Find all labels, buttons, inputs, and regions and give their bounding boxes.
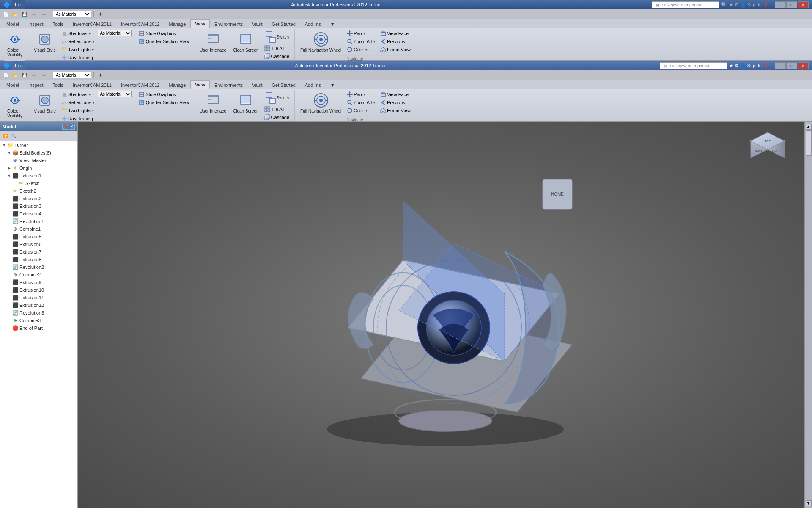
qa-open-2[interactable]: 📂 xyxy=(11,71,19,79)
material-select-1[interactable]: As Materia xyxy=(53,11,91,17)
tree-item-combine2[interactable]: ⊕ Combine2 xyxy=(1,271,77,279)
clean-screen-btn-1[interactable]: Clean Screen xyxy=(230,30,262,55)
two-lights-arrow-2[interactable]: ▼ xyxy=(91,109,95,113)
scroll-thumb[interactable] xyxy=(806,130,812,156)
expand-extrusion1[interactable]: ▼ xyxy=(7,173,12,178)
expand-revolution2[interactable] xyxy=(7,265,12,270)
tab-inventorcam2012-1[interactable]: InventorCAM 2012 xyxy=(116,19,165,28)
expand-origin[interactable]: ▶ xyxy=(7,166,12,171)
tree-item-view-master[interactable]: 👁 View: Master xyxy=(1,157,77,164)
expand-solid-bodies[interactable]: ▼ xyxy=(7,150,12,155)
tab-inspect-2[interactable]: Inspect xyxy=(24,80,48,89)
tree-item-end-of-part[interactable]: 🔴 End of Part xyxy=(1,324,77,332)
tab-manage-2[interactable]: Manage xyxy=(165,80,191,89)
view-face-btn-1[interactable]: View Face xyxy=(379,30,412,37)
ray-tracing-btn-2[interactable]: Ray Tracing xyxy=(60,115,97,122)
panel-filter-btn[interactable]: 🔽 xyxy=(2,133,9,139)
expand-extrusion2[interactable] xyxy=(7,196,12,201)
user-interface-btn-2[interactable]: User Interface xyxy=(197,91,229,116)
full-nav-wheel-btn-2[interactable]: Full Navigation Wheel xyxy=(297,91,344,116)
expand-extrusion8[interactable] xyxy=(7,257,12,262)
qa-undo-1[interactable]: ↩ xyxy=(30,10,38,18)
two-lights-btn-1[interactable]: Two Lights ▼ xyxy=(60,46,97,53)
qa-save-2[interactable]: 💾 xyxy=(20,71,29,79)
tree-item-extrusion11[interactable]: ⬛ Extrusion11 xyxy=(1,294,77,301)
tab-view-2[interactable]: View xyxy=(190,80,210,89)
material-dropdown-1[interactable]: As Material xyxy=(98,30,132,36)
zoom-all-btn-1[interactable]: Zoom All ▼ xyxy=(345,38,378,45)
app-file-menu[interactable]: File xyxy=(12,0,25,9)
full-nav-wheel-btn-1[interactable]: Full Navigation Wheel xyxy=(297,30,344,55)
orbit-arrow-1[interactable]: ▼ xyxy=(365,48,368,52)
clean-screen-btn-2[interactable]: Clean Screen xyxy=(230,91,262,116)
reflections-arrow-2[interactable]: ▼ xyxy=(92,101,96,105)
qa-undo-2[interactable]: ↩ xyxy=(30,71,38,79)
home-view-btn-2[interactable]: Home View xyxy=(379,107,412,114)
tab-inventorcam2011-2[interactable]: InventorCAM 2011 xyxy=(68,80,116,89)
tree-item-turner[interactable]: ▼ 📁 Turner xyxy=(1,141,77,149)
expand-revolution3[interactable] xyxy=(7,310,12,315)
quarter-section-btn-1[interactable]: Quarter Section View xyxy=(137,38,191,45)
expand-extrusion11[interactable] xyxy=(7,295,12,300)
viewport[interactable]: HOME xyxy=(78,122,812,508)
switch-btn-1[interactable]: Switch xyxy=(263,30,292,44)
tree-item-extrusion6[interactable]: ⬛ Extrusion6 xyxy=(1,240,77,248)
two-lights-btn-2[interactable]: Two Lights ▼ xyxy=(60,107,97,114)
expand-end-of-part[interactable] xyxy=(7,326,12,331)
pan-arrow-1[interactable]: ▼ xyxy=(363,32,366,36)
tab-inventorcam2011-1[interactable]: InventorCAM 2011 xyxy=(68,19,116,28)
expand-extrusion4[interactable] xyxy=(7,211,12,216)
panel-close-icon[interactable]: ✕ xyxy=(69,124,75,130)
pan-arrow-2[interactable]: ▼ xyxy=(363,93,366,97)
tab-more-1[interactable]: ▼ xyxy=(326,19,340,28)
shadows-arrow-2[interactable]: ▼ xyxy=(88,93,91,97)
qa-redo-1[interactable]: ↪ xyxy=(39,10,47,18)
expand-combine1[interactable] xyxy=(7,226,12,232)
expand-combine3[interactable] xyxy=(7,318,12,323)
tab-getstarted-1[interactable]: Get Started xyxy=(267,19,300,28)
search-input-2[interactable] xyxy=(660,62,727,69)
qa-save-1[interactable]: 💾 xyxy=(20,10,29,18)
qa-extra-2[interactable]: ⬇ xyxy=(96,71,105,79)
two-lights-arrow-1[interactable]: ▼ xyxy=(91,48,95,52)
zoom-all-btn-2[interactable]: Zoom All ▼ xyxy=(345,99,378,106)
tab-environments-1[interactable]: Environments xyxy=(210,19,247,28)
pan-btn-1[interactable]: Pan ▼ xyxy=(345,30,378,37)
tab-manage-1[interactable]: Manage xyxy=(165,19,191,28)
expand-extrusion12[interactable] xyxy=(7,303,12,308)
pan-btn-2[interactable]: Pan ▼ xyxy=(345,91,378,98)
close-btn-2[interactable]: ✕ xyxy=(798,62,809,69)
tile-all-btn-2[interactable]: Tile All xyxy=(263,105,292,113)
expand-turner[interactable]: ▼ xyxy=(2,143,7,148)
tab-inspect-1[interactable]: Inspect xyxy=(24,19,48,28)
tab-addins-2[interactable]: Add-Ins xyxy=(300,80,326,89)
cascade-btn-1[interactable]: Cascade xyxy=(263,52,292,60)
orbit-arrow-2[interactable]: ▼ xyxy=(365,109,368,113)
tree-item-origin[interactable]: ▶ ✳ Origin xyxy=(1,164,77,172)
help-icons-2[interactable]: ★ ⚙ 👤 Sign In ❓ xyxy=(729,63,769,69)
expand-extrusion5[interactable] xyxy=(7,234,12,239)
panel-pin-icon[interactable]: 📌 xyxy=(62,124,68,130)
tree-item-extrusion8[interactable]: ⬛ Extrusion8 xyxy=(1,256,77,263)
tree-item-combine1[interactable]: ⊕ Combine1 xyxy=(1,225,77,233)
tree-item-extrusion12[interactable]: ⬛ Extrusion12 xyxy=(1,301,77,309)
shadows-btn-1[interactable]: Shadows ▼ xyxy=(60,30,97,37)
tree-item-extrusion7[interactable]: ⬛ Extrusion7 xyxy=(1,248,77,256)
orbit-btn-2[interactable]: Orbit ▼ xyxy=(345,107,378,114)
tab-tools-1[interactable]: Tools xyxy=(48,19,68,28)
app-file-menu-2[interactable]: File xyxy=(12,61,25,70)
zoom-all-arrow-2[interactable]: ▼ xyxy=(373,101,376,105)
object-visibility-btn-1[interactable]: ObjectVisibility xyxy=(4,30,25,59)
tree-item-sketch2[interactable]: ✏ Sketch2 xyxy=(1,187,77,195)
expand-extrusion9[interactable] xyxy=(7,280,12,285)
tree-item-extrusion4[interactable]: ⬛ Extrusion4 xyxy=(1,210,77,218)
slice-graphics-btn-2[interactable]: Slice Graphics xyxy=(137,91,191,98)
qa-redo-2[interactable]: ↪ xyxy=(39,71,47,79)
tree-item-solid-bodies[interactable]: ▼ 📦 Solid Bodies(6) xyxy=(1,149,77,157)
reflections-arrow-1[interactable]: ▼ xyxy=(92,40,96,44)
view-face-btn-2[interactable]: View Face xyxy=(379,91,412,98)
expand-extrusion7[interactable] xyxy=(7,249,12,254)
tree-item-extrusion9[interactable]: ⬛ Extrusion9 xyxy=(1,279,77,286)
cascade-btn-2[interactable]: Cascade xyxy=(263,113,292,121)
tree-item-revolution1[interactable]: 🔄 Revolution1 xyxy=(1,218,77,225)
